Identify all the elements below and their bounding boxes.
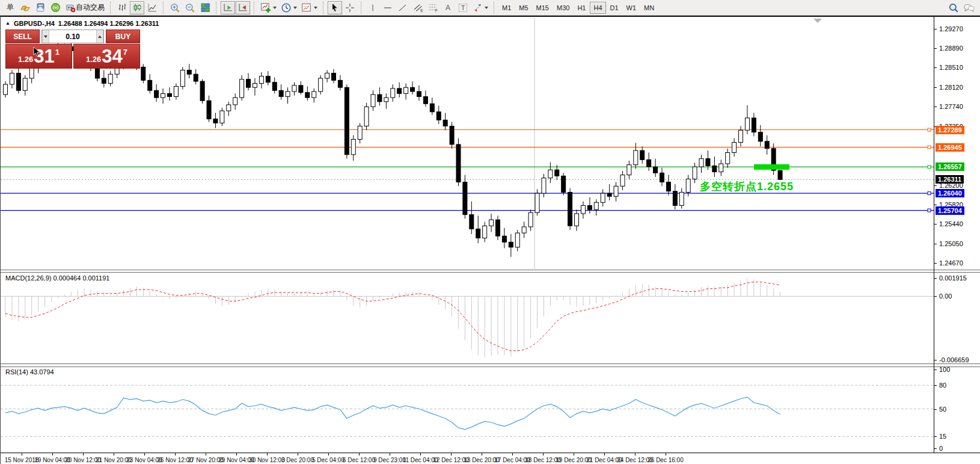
- fibonacci-tool-button[interactable]: F: [426, 1, 440, 14]
- bar-chart-button[interactable]: [115, 1, 129, 14]
- toolbar-group-scroll: [219, 1, 252, 14]
- axis-tick-mark: [934, 296, 937, 297]
- panel-separator[interactable]: [1, 363, 980, 364]
- text-label-tool-button[interactable]: T: [456, 1, 470, 14]
- arrows-tool-button[interactable]: [471, 1, 490, 14]
- line-price-label: 1.26945: [936, 143, 964, 152]
- chart-shift-icon: [238, 2, 248, 13]
- chart-shift-button[interactable]: [236, 1, 250, 14]
- tile-windows-button[interactable]: [198, 1, 212, 14]
- hline-handle[interactable]: [928, 192, 931, 195]
- toolbar-group-main: 单 自动交易: [1, 1, 108, 14]
- time-tick-mark: [206, 453, 206, 456]
- tab-timeframe-MN[interactable]: MN: [640, 2, 658, 14]
- buy-price-button[interactable]: 1.26 34 7: [73, 44, 140, 69]
- panel-separator[interactable]: [1, 270, 980, 270]
- rsi-indicator-label: RSI(14) 43.0794: [5, 368, 54, 376]
- cursor-button[interactable]: [328, 1, 342, 14]
- candlestick-chart-button[interactable]: [130, 1, 144, 14]
- time-tick-mark: [420, 453, 421, 456]
- time-tick-mark: [52, 453, 53, 456]
- autotrading-button[interactable]: 自动交易: [63, 1, 106, 14]
- terminal-cloud-button[interactable]: [33, 1, 47, 14]
- gold-bars-icon: [20, 2, 31, 13]
- panel-separator[interactable]: [1, 367, 980, 367]
- hline-handle[interactable]: [928, 146, 931, 149]
- auto-scroll-icon: [223, 2, 233, 13]
- collapse-panel-icon[interactable]: ▲: [5, 21, 10, 26]
- crosshair-button[interactable]: [343, 1, 357, 14]
- hline-handle[interactable]: [928, 209, 931, 212]
- tab-timeframe-M15[interactable]: M15: [533, 2, 553, 14]
- text-tool-button[interactable]: A: [441, 1, 455, 14]
- trendline-tool-button[interactable]: [396, 1, 410, 14]
- zoom-out-button[interactable]: [183, 1, 197, 14]
- buy-price-prefix: 1.26: [86, 55, 101, 64]
- chart-plot-area[interactable]: [1, 17, 934, 453]
- highlight-level-bar[interactable]: [754, 164, 789, 170]
- horizontal-line-icon: [383, 3, 393, 13]
- tab-timeframe-M5[interactable]: M5: [515, 2, 531, 14]
- rsi-line: [5, 397, 780, 430]
- axis-tick-mark: [934, 87, 937, 88]
- line-chart-button[interactable]: [145, 1, 159, 14]
- gold-bars-button[interactable]: [18, 1, 32, 14]
- signals-button[interactable]: [48, 1, 63, 14]
- tab-timeframe-H1[interactable]: H1: [574, 2, 589, 14]
- tab-timeframe-H4[interactable]: H4: [590, 2, 605, 14]
- sell-button[interactable]: SELL: [5, 29, 40, 43]
- buy-button[interactable]: BUY: [106, 29, 140, 43]
- time-axis-label: 15 Nov 2018: [5, 457, 39, 463]
- rsi-tick-label: 0: [939, 445, 943, 452]
- rsi-tick-label: 80: [939, 382, 946, 389]
- new-order-button[interactable]: 单: [3, 1, 17, 14]
- volume-increase-button[interactable]: [96, 30, 103, 43]
- hline-handle[interactable]: [928, 128, 931, 131]
- axis-tick-mark: [934, 48, 937, 49]
- chart-ohlc-values: 1.26488 1.26494 1.26296 1.26311: [58, 20, 159, 27]
- time-axis-label: 9 Dec 23:00: [373, 457, 406, 463]
- vertical-line-tool-button[interactable]: [366, 1, 380, 14]
- rsi-tick-label: 15: [939, 433, 946, 440]
- toolbar-group-right: [945, 1, 979, 14]
- time-tick-mark: [512, 453, 513, 456]
- line-price-label: 1.27289: [936, 126, 964, 134]
- toolbar-separator: [361, 2, 362, 14]
- volume-input[interactable]: [49, 30, 97, 43]
- templates-button[interactable]: [299, 1, 319, 14]
- time-tick-mark: [114, 453, 114, 456]
- time-axis-label: 3 Dec 20:00: [281, 457, 314, 463]
- chart-symbol-period: GBPUSD-,H4: [14, 20, 55, 27]
- tab-timeframe-M30[interactable]: M30: [553, 2, 573, 14]
- chart-shift-marker[interactable]: [813, 19, 822, 23]
- price-axis[interactable]: 1.292701.288901.285101.281201.277401.273…: [934, 17, 980, 453]
- panel-separator[interactable]: [1, 272, 980, 273]
- auto-scroll-button[interactable]: [221, 1, 235, 14]
- macd-tick-label: 0.001915: [939, 274, 967, 282]
- time-axis[interactable]: 15 Nov 201819 Nov 04:0020 Nov 12:0021 No…: [1, 453, 934, 464]
- price-tick-label: 1.28890: [939, 45, 963, 52]
- volume-decrease-button[interactable]: [42, 30, 49, 43]
- zoom-in-button[interactable]: [168, 1, 182, 14]
- tab-timeframe-D1[interactable]: D1: [607, 2, 622, 14]
- macd-histogram: [5, 278, 780, 357]
- search-button[interactable]: [946, 1, 961, 14]
- bar-chart-icon: [117, 2, 127, 13]
- toolbar-group-lines: E F A T: [364, 1, 492, 14]
- line-chart-icon: [147, 2, 158, 13]
- channel-tool-button[interactable]: E: [411, 1, 425, 14]
- chart-annotation-text[interactable]: 多空转折点1.2655: [700, 179, 794, 194]
- chat-button[interactable]: [961, 1, 977, 14]
- hline-handle[interactable]: [928, 165, 931, 169]
- rsi-tick-label: 50: [939, 406, 946, 413]
- tab-timeframe-M1[interactable]: M1: [498, 2, 515, 14]
- periods-button[interactable]: [279, 1, 299, 14]
- horizontal-line-tool-button[interactable]: [381, 1, 395, 14]
- price-tick-label: 1.28120: [939, 84, 963, 91]
- axis-tick-mark: [934, 360, 937, 360]
- indicators-button[interactable]: [259, 1, 278, 14]
- tab-timeframe-W1[interactable]: W1: [623, 2, 640, 14]
- text-tool-icon: A: [446, 4, 450, 12]
- macd-tick-label: 0.00: [939, 292, 952, 300]
- chevron-down-icon: [273, 7, 277, 9]
